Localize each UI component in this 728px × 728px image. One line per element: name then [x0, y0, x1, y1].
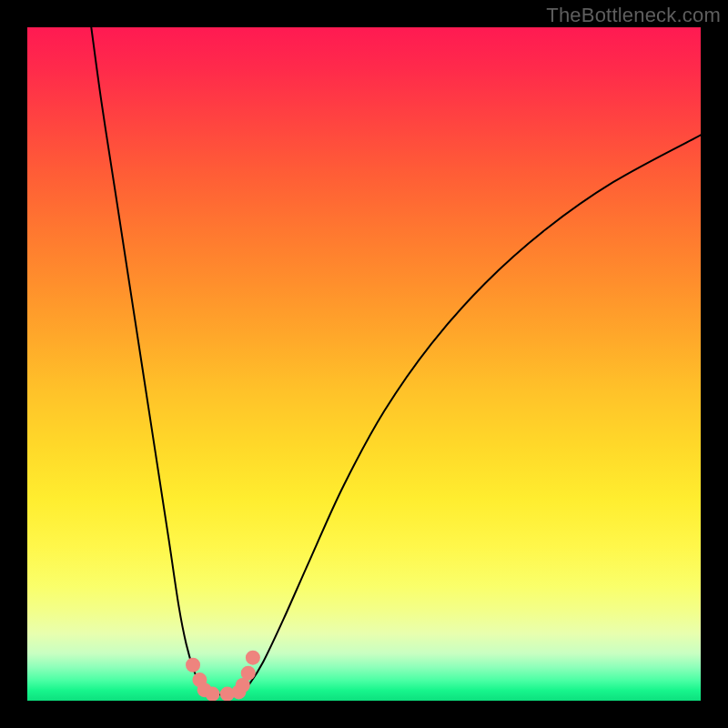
- valley-marker: [206, 687, 220, 701]
- chart-area: [27, 27, 701, 701]
- watermark-text: TheBottleneck.com: [546, 4, 721, 27]
- valley-markers: [186, 651, 260, 701]
- valley-marker: [241, 666, 256, 681]
- curve: [91, 27, 701, 694]
- bottleneck-curve-plot: [27, 27, 701, 701]
- valley-marker: [186, 658, 200, 672]
- valley-marker: [246, 651, 260, 665]
- bottleneck-curve-path: [91, 27, 701, 694]
